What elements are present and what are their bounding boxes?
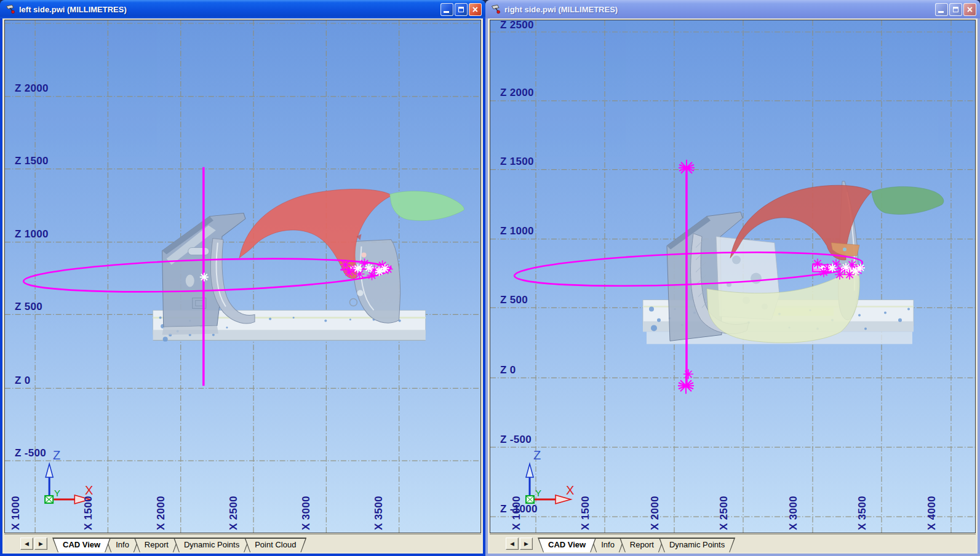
tab-cad-view[interactable]: CAD View bbox=[538, 538, 596, 552]
cad-view[interactable]: Z 2000 Z 1500 Z 1000 Z 500 Z 0 Z -500 X … bbox=[4, 20, 481, 533]
close-button[interactable]: × bbox=[963, 3, 976, 16]
z-axis-label: Z 0 bbox=[500, 364, 516, 376]
x-axis-label: X 1500 bbox=[580, 496, 592, 530]
z-axis-label: Z 2000 bbox=[15, 82, 49, 95]
close-icon: × bbox=[967, 4, 973, 15]
z-axis-label: Z 2500 bbox=[500, 20, 534, 31]
titlebar[interactable]: right side.pwi (MILLIMETRES) × bbox=[485, 0, 980, 18]
minimize-button[interactable] bbox=[935, 3, 948, 16]
x-axis-label: X 1500 bbox=[82, 496, 95, 530]
z-axis-label: Z 1000 bbox=[500, 225, 534, 237]
tab-scroll-left-button[interactable]: ◀ bbox=[20, 538, 33, 550]
z-axis-label: Z 1000 bbox=[15, 228, 49, 240]
z-axis-label: Z 1500 bbox=[500, 156, 534, 168]
x-axis-label: X 1000 bbox=[10, 496, 22, 530]
window-title: right side.pwi (MILLIMETRES) bbox=[504, 5, 935, 14]
titlebar[interactable]: left side.pwi (MILLIMETRES) × bbox=[0, 0, 485, 18]
maximize-icon bbox=[458, 7, 464, 12]
fender-tip-green bbox=[390, 191, 464, 221]
cad-view[interactable]: Z 2500 Z 2000 Z 1500 Z 1000 Z 500 Z 0 Z … bbox=[490, 20, 976, 533]
axis-triad bbox=[526, 464, 571, 504]
x-axis-label: X 3500 bbox=[856, 496, 869, 530]
z-axis-label: Z 500 bbox=[500, 294, 528, 306]
tab-dynamic-points[interactable]: Dynamic Points bbox=[659, 538, 735, 552]
z-axis-label: Z 1500 bbox=[15, 155, 49, 167]
cad-geometry-layer bbox=[5, 20, 480, 533]
probe-icon bbox=[490, 4, 501, 14]
maximize-button[interactable] bbox=[949, 3, 962, 16]
point-marker bbox=[200, 273, 209, 282]
close-icon: × bbox=[472, 4, 478, 15]
window-frame: Z 2500 Z 2000 Z 1500 Z 1000 Z 500 Z 0 Z … bbox=[488, 18, 978, 554]
x-axis-label: X 3500 bbox=[373, 496, 385, 530]
tab-scroll-right-button[interactable]: ▶ bbox=[34, 538, 47, 550]
x-axis-label: X 2500 bbox=[228, 496, 240, 530]
window-left: left side.pwi (MILLIMETRES) × bbox=[0, 0, 485, 556]
triad-z-label: Z bbox=[533, 448, 541, 463]
tab-dynamic-points[interactable]: Dynamic Points bbox=[173, 538, 250, 552]
window-title: left side.pwi (MILLIMETRES) bbox=[19, 5, 440, 14]
x-axis-label: X 1000 bbox=[511, 496, 523, 530]
tab-report[interactable]: Report bbox=[619, 538, 664, 552]
probe-icon bbox=[5, 4, 15, 14]
z-axis-label: Z 0 bbox=[15, 375, 30, 387]
maximize-icon bbox=[953, 7, 958, 12]
tab-strip: ◀ ▶ CAD View Info Report Dynamic Points … bbox=[4, 534, 481, 552]
z-axis-label: Z -500 bbox=[500, 434, 532, 446]
arrow-left-icon: ◀ bbox=[510, 541, 514, 547]
triad-y-label: Y bbox=[54, 488, 60, 498]
z-axis-label: Z 500 bbox=[15, 301, 42, 313]
x-axis-label: X 3000 bbox=[300, 496, 313, 530]
tabs: CAD View Info Report Dynamic Points Poin… bbox=[52, 534, 301, 552]
fender-tip-green bbox=[872, 186, 944, 214]
x-axis-label: X 2000 bbox=[155, 496, 167, 530]
x-axis-label: X 2000 bbox=[649, 496, 661, 530]
tab-cad-view[interactable]: CAD View bbox=[52, 538, 111, 552]
arrow-left-icon: ◀ bbox=[25, 541, 29, 547]
close-button[interactable]: × bbox=[469, 3, 482, 16]
minimize-icon bbox=[444, 11, 449, 13]
tabs: CAD View Info Report Dynamic Points bbox=[538, 534, 730, 552]
maximize-button[interactable] bbox=[455, 3, 468, 16]
x-axis-label: X 4000 bbox=[926, 496, 938, 530]
tab-point-cloud[interactable]: Point Cloud bbox=[244, 538, 306, 552]
minimize-icon bbox=[938, 11, 944, 13]
z-axis-label: Z -500 bbox=[15, 447, 46, 459]
triad-y-label: Y bbox=[535, 488, 541, 498]
triad-x-label: X bbox=[566, 483, 574, 498]
tab-scroll-left-button[interactable]: ◀ bbox=[506, 538, 519, 550]
tab-strip: ◀ ▶ CAD View Info Report Dynamic Points bbox=[490, 534, 976, 552]
grid-layer bbox=[5, 20, 480, 533]
arrow-right-icon: ▶ bbox=[524, 541, 528, 547]
triad-x-label: X bbox=[85, 483, 93, 498]
arrow-right-icon: ▶ bbox=[39, 541, 43, 547]
z-axis-label: Z 2000 bbox=[500, 87, 534, 99]
triad-z-label: Z bbox=[53, 448, 60, 463]
tab-scroll-right-button[interactable]: ▶ bbox=[520, 538, 533, 550]
minimize-button[interactable] bbox=[440, 3, 453, 16]
cad-geometry-layer bbox=[490, 20, 975, 533]
window-frame: Z 2000 Z 1500 Z 1000 Z 500 Z 0 Z -500 X … bbox=[2, 18, 483, 554]
x-axis-label: X 3000 bbox=[787, 496, 800, 530]
tab-report[interactable]: Report bbox=[134, 538, 179, 552]
x-axis-label: X 2500 bbox=[718, 496, 730, 530]
window-right: right side.pwi (MILLIMETRES) × bbox=[485, 0, 980, 556]
